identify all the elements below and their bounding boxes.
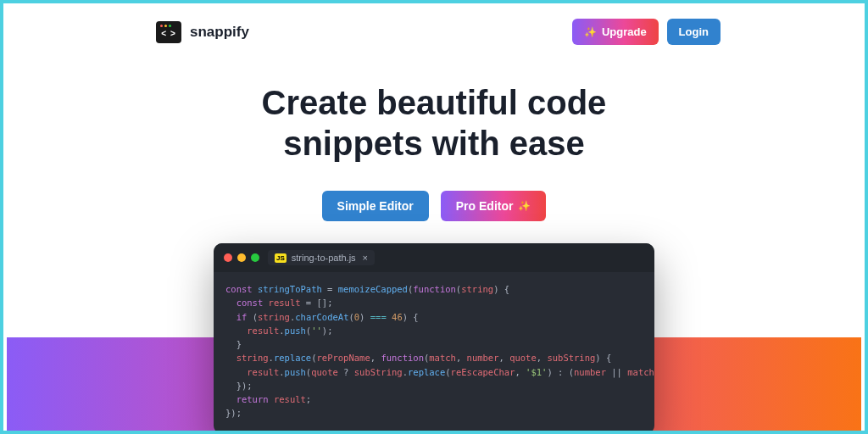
pro-editor-button[interactable]: Pro Editor ✨ <box>441 191 547 221</box>
minimize-dot-icon[interactable] <box>237 253 246 262</box>
code-token: result <box>269 298 301 308</box>
maximize-dot-icon[interactable] <box>251 253 259 262</box>
code-token: return <box>236 394 269 404</box>
upgrade-button[interactable]: ✨ Upgrade <box>572 19 659 45</box>
code-token: const <box>236 298 264 308</box>
code-token: result <box>274 394 306 404</box>
code-token: || <box>606 367 627 377</box>
code-token: quote <box>509 353 537 363</box>
code-token <box>225 353 236 363</box>
code-token: string <box>461 284 493 294</box>
code-token: push <box>285 326 306 336</box>
code-titlebar: JS string-to-path.js × <box>214 243 654 272</box>
header: < > snappify ✨ Upgrade Login <box>3 3 865 60</box>
simple-editor-button[interactable]: Simple Editor <box>322 191 429 221</box>
code-token: quote <box>311 367 338 377</box>
code-body: const stringToPath = memoizeCapped(funct… <box>214 272 654 434</box>
code-token: result <box>247 367 279 377</box>
hero-title-line2: snippets with ease <box>283 125 585 162</box>
pro-editor-label: Pro Editor <box>456 199 514 213</box>
code-token: , <box>456 353 467 363</box>
code-token: memoizeCapped <box>338 284 408 294</box>
code-token: }); <box>225 381 253 391</box>
code-token <box>225 326 247 336</box>
code-token: replace <box>408 367 445 377</box>
code-token: ) { <box>595 353 611 363</box>
code-token: } <box>225 339 242 349</box>
code-token: result <box>247 326 279 336</box>
code-token: ; <box>306 394 311 404</box>
close-dot-icon[interactable] <box>224 253 232 262</box>
code-token: if <box>236 312 248 322</box>
code-token <box>225 394 236 404</box>
code-token: = []; <box>301 298 333 308</box>
code-token: number <box>467 353 499 363</box>
code-token: subString <box>354 367 403 377</box>
header-actions: ✨ Upgrade Login <box>572 19 721 45</box>
login-label: Login <box>679 25 709 38</box>
code-token: }); <box>225 408 242 418</box>
js-lang-icon: JS <box>275 253 287 263</box>
brand-name: snappify <box>190 24 249 41</box>
code-token: : <box>553 367 569 377</box>
code-token: string <box>236 353 269 363</box>
code-token: stringToPath <box>258 284 322 294</box>
code-token: replace <box>274 353 311 363</box>
traffic-lights <box>224 253 259 262</box>
hero-title-line1: Create beautiful code <box>262 84 607 121</box>
file-tab[interactable]: JS string-to-path.js × <box>268 250 375 265</box>
login-button[interactable]: Login <box>667 19 721 45</box>
sparkle-icon: ✨ <box>584 26 597 38</box>
code-token: subString <box>547 353 595 363</box>
hero: Create beautiful code snippets with ease… <box>3 82 865 221</box>
upgrade-label: Upgrade <box>602 25 647 38</box>
code-token: match <box>429 353 456 363</box>
close-tab-icon[interactable]: × <box>363 253 368 263</box>
code-token: , <box>370 353 381 363</box>
code-token: , <box>515 367 526 377</box>
code-token <box>225 298 236 308</box>
code-token: ? <box>338 367 354 377</box>
code-token: ) <box>359 312 370 322</box>
code-token: === <box>370 312 387 322</box>
simple-editor-label: Simple Editor <box>337 199 414 213</box>
code-token: 46 <box>392 312 403 322</box>
code-token: function <box>381 353 424 363</box>
code-token: ) { <box>403 312 419 322</box>
code-token: number <box>574 367 606 377</box>
code-token: ( <box>247 312 258 322</box>
cta-row: Simple Editor Pro Editor ✨ <box>3 191 865 221</box>
code-token: , <box>537 353 548 363</box>
code-token: reEscapeChar <box>451 367 515 377</box>
code-token: rePropName <box>317 353 370 363</box>
code-token: function <box>413 284 456 294</box>
code-token: string <box>258 312 290 322</box>
code-token: , <box>499 353 510 363</box>
code-token: charCodeAt <box>295 312 348 322</box>
code-token: ) { <box>493 284 509 294</box>
code-token: '$1' <box>526 367 547 377</box>
code-token <box>225 367 247 377</box>
code-token: const <box>225 284 253 294</box>
code-token: ); <box>322 326 333 336</box>
logo[interactable]: < > snappify <box>156 21 249 43</box>
code-token: push <box>285 367 306 377</box>
file-tab-name: string-to-path.js <box>292 253 356 263</box>
code-token: '' <box>311 326 322 336</box>
code-token: = <box>322 284 338 294</box>
code-window: JS string-to-path.js × const stringToPat… <box>214 243 654 434</box>
hero-title: Create beautiful code snippets with ease <box>3 82 865 164</box>
code-token <box>225 312 236 322</box>
sparkle-icon: ✨ <box>518 200 531 212</box>
code-brackets-icon: < > <box>161 29 175 38</box>
logo-icon: < > <box>156 21 181 43</box>
code-token: match <box>627 367 654 377</box>
